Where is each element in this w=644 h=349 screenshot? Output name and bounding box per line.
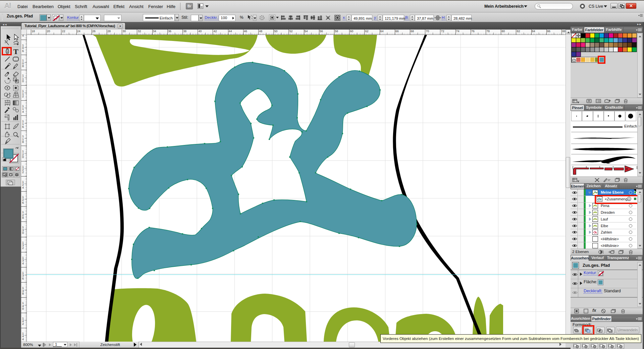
svg-text:T: T	[13, 47, 18, 56]
